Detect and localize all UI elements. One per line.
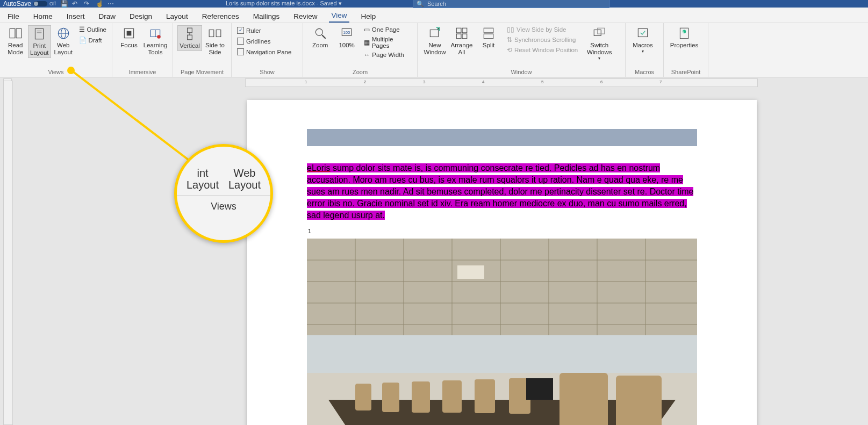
mag-print-layout: intLayout (182, 167, 224, 191)
touch-mode-icon[interactable]: ☝ (96, 0, 103, 8)
outline-button[interactable]: ☰ Outline (78, 25, 107, 34)
svg-rect-23 (462, 34, 467, 39)
svg-rect-9 (127, 31, 132, 36)
group-label-window: Window (422, 68, 621, 76)
tab-design[interactable]: Design (127, 10, 154, 23)
paragraph-text: sump dolor sits mate is, is communing co… (307, 163, 693, 220)
arrange-all-button[interactable]: Arrange All (449, 25, 475, 57)
synchronous-scrolling-button[interactable]: ⇅ Synchronous Scrolling (506, 35, 579, 44)
ruler-checkbox[interactable]: Ruler (236, 26, 298, 34)
focus-icon (122, 26, 136, 40)
inserted-image[interactable]: Trainer'sChair (307, 239, 697, 425)
tab-view[interactable]: View (329, 9, 349, 23)
page-number: 1 (308, 228, 311, 234)
annotation-magnifier: intLayout WebLayout Views (174, 144, 273, 243)
horizontal-ruler[interactable]: 1 2 3 4 5 6 7 (245, 78, 758, 87)
gridlines-checkbox[interactable]: Gridlines (236, 37, 298, 45)
search-icon: 🔍 (417, 1, 424, 8)
toggle-off-icon[interactable] (33, 1, 47, 6)
zoom-icon (313, 26, 327, 40)
svg-rect-46 (307, 335, 697, 373)
tab-help[interactable]: Help (359, 10, 378, 23)
properties-button[interactable]: S Properties (668, 25, 700, 50)
learning-tools-icon (148, 26, 162, 40)
tab-home[interactable]: Home (31, 10, 55, 23)
save-icon[interactable]: 💾 (60, 0, 68, 8)
annotation-dot (67, 67, 75, 74)
svg-rect-55 (616, 376, 662, 425)
tab-mailings[interactable]: Mailings (251, 10, 282, 23)
svg-rect-48 (355, 384, 371, 410)
vertical-ruler[interactable] (3, 81, 13, 425)
tab-references[interactable]: References (200, 10, 241, 23)
search-placeholder: Search (427, 1, 446, 7)
checkbox-icon (237, 27, 244, 34)
one-page-button[interactable]: ▭ One Page (363, 25, 413, 34)
ruler-mark: 6 (600, 80, 602, 84)
macros-icon (636, 26, 650, 40)
search-box[interactable]: 🔍 Search (413, 0, 609, 8)
group-zoom: Zoom 100 100% ▭ One Page ▦ Multiple Page… (303, 23, 418, 77)
outline-icon: ☰ (79, 26, 85, 33)
view-side-by-side-button[interactable]: ▯▯ View Side by Side (506, 25, 579, 34)
ruler-mark: 7 (659, 80, 662, 84)
tab-file[interactable]: File (5, 10, 21, 23)
undo-icon[interactable]: ↶ (72, 0, 80, 8)
ruler-mark: 3 (423, 80, 425, 84)
svg-rect-28 (638, 28, 647, 37)
print-layout-icon (32, 27, 46, 41)
svg-text:S: S (683, 30, 685, 33)
read-mode-button[interactable]: Read Mode (4, 25, 27, 57)
new-window-button[interactable]: New Window (422, 25, 448, 57)
navigation-pane-checkbox[interactable]: Navigation Pane (236, 48, 298, 56)
page-width-button[interactable]: ↔ Page Width (363, 51, 413, 59)
multiple-pages-button[interactable]: ▦ Multiple Pages (363, 35, 413, 49)
tab-draw[interactable]: Draw (97, 10, 118, 23)
svg-point-10 (157, 35, 161, 39)
zoom-button[interactable]: Zoom (307, 25, 333, 50)
zoom-100-button[interactable]: 100 100% (334, 25, 359, 50)
svg-rect-25 (484, 34, 493, 39)
ruler-mark: 1 (305, 80, 307, 84)
print-layout-button[interactable]: Print Layout (28, 25, 52, 58)
focus-button[interactable]: Focus (117, 25, 141, 50)
read-mode-icon (9, 26, 23, 40)
svg-line-16 (322, 35, 326, 39)
svg-rect-54 (559, 373, 608, 425)
side-to-side-button[interactable]: Side to Side (203, 25, 227, 57)
macros-button[interactable]: Macros ▾ (630, 25, 656, 55)
web-layout-icon (56, 26, 70, 40)
switch-windows-button[interactable]: Switch Windows ▾ (583, 25, 615, 62)
title-placeholder (307, 129, 697, 146)
svg-rect-51 (442, 380, 462, 413)
tab-layout[interactable]: Layout (164, 10, 190, 23)
svg-rect-56 (526, 378, 553, 400)
checkbox-icon (237, 38, 244, 45)
svg-line-58 (72, 71, 190, 161)
svg-text:100: 100 (343, 30, 350, 35)
ruler-mark: 5 (541, 80, 543, 84)
tab-insert[interactable]: Insert (64, 10, 87, 23)
autosave-toggle[interactable]: AutoSave Off (3, 0, 56, 8)
reset-window-position-button[interactable]: ⟲ Reset Window Position (506, 46, 579, 54)
split-button[interactable]: Split (476, 25, 501, 50)
svg-rect-20 (456, 28, 461, 33)
redo-icon[interactable]: ↷ (84, 0, 91, 8)
autosave-state: Off (49, 1, 56, 6)
new-window-icon (428, 26, 442, 40)
body-paragraph[interactable]: eLoris sump dolor sits mate is, is commu… (307, 162, 697, 221)
vertical-button[interactable]: Vertical (177, 25, 202, 51)
qa-icon[interactable]: ⋯ (107, 0, 115, 8)
multiple-pages-icon: ▦ (364, 39, 370, 46)
tab-review[interactable]: Review (291, 10, 319, 23)
checkbox-icon (237, 48, 244, 55)
switch-windows-icon (592, 26, 606, 40)
draft-button[interactable]: 📄 Draft (78, 36, 107, 45)
group-label-sharepoint: SharePoint (668, 68, 704, 76)
web-layout-button[interactable]: Web Layout (52, 25, 75, 57)
ruler-mark: 4 (482, 80, 484, 84)
chevron-down-icon[interactable]: ▾ (339, 0, 342, 6)
learning-tools-button[interactable]: Learning Tools (142, 25, 168, 57)
svg-point-15 (315, 28, 322, 35)
svg-rect-13 (209, 30, 214, 37)
